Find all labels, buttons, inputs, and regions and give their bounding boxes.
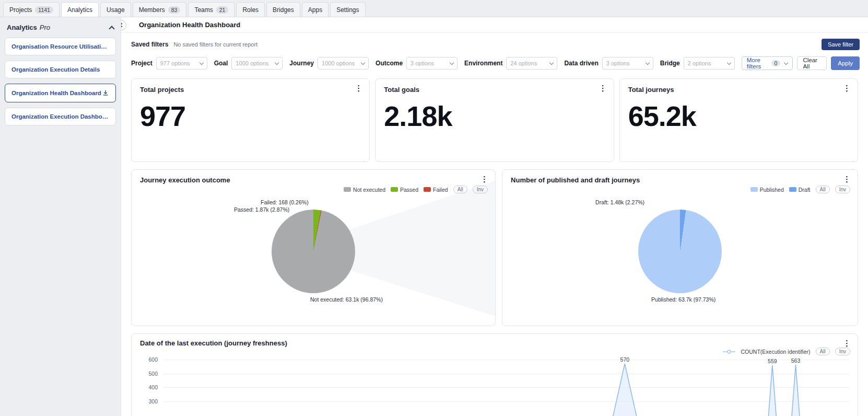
chevron-down-icon bbox=[275, 60, 279, 64]
legend-all-button[interactable]: All bbox=[816, 186, 830, 193]
collapse-chevron-icon[interactable] bbox=[109, 26, 114, 31]
legend-item-not-executed[interactable]: Not executed bbox=[344, 187, 385, 193]
data-point-label: 563 bbox=[791, 357, 801, 364]
chart-title: Number of published and draft journeys bbox=[511, 176, 849, 184]
tab-analytics[interactable]: Analytics bbox=[61, 2, 99, 17]
filter-label: Environment bbox=[464, 60, 502, 67]
kebab-menu-icon[interactable]: ⋮ bbox=[843, 339, 851, 347]
chevron-down-icon bbox=[646, 60, 650, 64]
environment-filter-select[interactable]: 24 options bbox=[506, 57, 557, 70]
goal-filter-select[interactable]: 1000 options bbox=[231, 57, 283, 70]
tab-apps[interactable]: Apps bbox=[302, 2, 329, 17]
filter-label: Journey bbox=[289, 60, 314, 67]
filter-label: Outcome bbox=[376, 60, 403, 67]
top-tab-bar: Projects 1141 Analytics Usage Members 83… bbox=[0, 0, 868, 17]
chart-legend: Published Draft All Inv bbox=[750, 186, 850, 193]
tab-usage[interactable]: Usage bbox=[100, 2, 131, 17]
saved-filters-status: No saved filters for current report bbox=[173, 41, 257, 48]
kebab-menu-icon[interactable]: ⋮ bbox=[480, 175, 488, 183]
filter-placeholder: 1000 options bbox=[236, 60, 275, 66]
legend-label: COUNT(Execution identifier) bbox=[741, 349, 810, 355]
page-header: Organization Health Dashboard bbox=[121, 17, 868, 33]
tab-settings[interactable]: Settings bbox=[330, 2, 365, 17]
legend-inv-button[interactable]: Inv bbox=[835, 348, 850, 355]
environment-filter: Environment 24 options bbox=[464, 57, 557, 70]
project-filter: Project 977 options bbox=[131, 57, 207, 70]
project-filter-select[interactable]: 977 options bbox=[156, 57, 207, 70]
tab-label: Settings bbox=[336, 6, 359, 14]
tab-label: Usage bbox=[107, 6, 125, 14]
legend-all-button[interactable]: All bbox=[453, 186, 467, 193]
pie-callout-draft: Draft: 1.48k (2.27%) bbox=[595, 199, 644, 205]
kebab-menu-icon[interactable]: ⋮ bbox=[355, 84, 362, 92]
data-point-label: 559 bbox=[768, 358, 777, 364]
sidebar-item-health-dashboard[interactable]: Organization Health Dashboard bbox=[5, 84, 116, 102]
sidebar-item-execution-details[interactable]: Organization Execution Details bbox=[5, 61, 116, 78]
chart-card-freshness: Date of the last execution (journey fres… bbox=[131, 333, 858, 416]
legend-item-published[interactable]: Published bbox=[750, 187, 784, 193]
tab-roles[interactable]: Roles bbox=[236, 2, 265, 17]
sidebar-header: Analytics Pro bbox=[5, 22, 116, 38]
tab-label: Teams bbox=[194, 6, 213, 14]
bridge-filter-select[interactable]: 2 options bbox=[684, 57, 735, 70]
journey-filter-select[interactable]: 1000 options bbox=[318, 57, 369, 70]
kpi-value: 2.18k bbox=[384, 100, 605, 132]
sidebar-item-execution-dashboard[interactable]: Organization Execution Dashboard bbox=[5, 108, 116, 125]
kebab-menu-icon[interactable]: ⋮ bbox=[843, 84, 851, 92]
clear-all-button[interactable]: Clear All bbox=[797, 56, 827, 70]
legend-item-draft[interactable]: Draft bbox=[789, 187, 811, 193]
legend-label: Passed bbox=[400, 187, 418, 193]
data-driven-filter-select[interactable]: 3 options bbox=[602, 57, 653, 70]
filter-label: Data driven bbox=[564, 60, 598, 67]
filter-placeholder: 2 options bbox=[688, 60, 728, 66]
filter-label: Project bbox=[131, 60, 153, 67]
sidebar-item-label: Organisation Resource Utilisation Dashbo… bbox=[11, 43, 109, 50]
tab-teams[interactable]: Teams 21 bbox=[188, 2, 234, 17]
tab-members[interactable]: Members 83 bbox=[133, 2, 187, 17]
apply-button[interactable]: Apply bbox=[831, 56, 860, 70]
data-driven-filter: Data driven 3 options bbox=[564, 57, 653, 70]
save-filter-button[interactable]: Save filter bbox=[822, 39, 860, 50]
legend-swatch bbox=[391, 187, 398, 192]
tab-bridges[interactable]: Bridges bbox=[266, 2, 300, 17]
kebab-menu-icon[interactable]: ⋮ bbox=[599, 84, 607, 92]
legend-label: Draft bbox=[799, 187, 811, 193]
chart-title: Journey execution outcome bbox=[140, 176, 487, 184]
tab-projects[interactable]: Projects 1141 bbox=[3, 2, 60, 17]
filter-bar: Project 977 options Goal 1000 options Jo… bbox=[121, 52, 868, 76]
goal-filter: Goal 1000 options bbox=[214, 57, 283, 70]
legend-item-passed[interactable]: Passed bbox=[391, 187, 418, 193]
more-filters-button[interactable]: More filters 0 bbox=[742, 56, 793, 70]
kebab-menu-icon[interactable]: ⋮ bbox=[843, 175, 851, 183]
download-icon[interactable] bbox=[102, 89, 109, 97]
legend-swatch bbox=[750, 187, 758, 192]
chevron-left-icon bbox=[121, 23, 124, 27]
legend-inv-button[interactable]: Inv bbox=[835, 186, 850, 193]
chevron-down-icon bbox=[727, 60, 731, 64]
tab-badge: 83 bbox=[168, 6, 181, 14]
journey-filter: Journey 1000 options bbox=[289, 57, 369, 70]
sidebar-title: Analytics bbox=[7, 24, 37, 31]
line-chart-plot[interactable]: 570559563 bbox=[163, 356, 849, 416]
tab-badge: 1141 bbox=[35, 6, 53, 14]
pie-callout-passed: Passed: 1.87k (2.87%) bbox=[234, 206, 289, 213]
chevron-down-icon bbox=[361, 60, 365, 64]
outcome-filter-select[interactable]: 3 options bbox=[406, 57, 458, 70]
sidebar-item-resource-utilisation[interactable]: Organisation Resource Utilisation Dashbo… bbox=[5, 38, 116, 55]
tab-label: Analytics bbox=[67, 6, 92, 14]
line-chart: 600500400300 570559563 bbox=[140, 356, 849, 416]
legend-inv-button[interactable]: Inv bbox=[473, 186, 488, 193]
pie-chart-published-draft[interactable] bbox=[638, 210, 722, 293]
kpi-title: Total journeys bbox=[628, 86, 849, 94]
charts-row: Journey execution outcome ⋮ Not executed… bbox=[121, 162, 868, 326]
chart-card-journey-outcome: Journey execution outcome ⋮ Not executed… bbox=[131, 169, 496, 326]
sidebar-item-label: Organization Health Dashboard bbox=[11, 90, 101, 96]
bridge-filter: Bridge 2 options bbox=[660, 57, 735, 70]
kpi-title: Total projects bbox=[140, 86, 361, 94]
sidebar: Analytics Pro Organisation Resource Util… bbox=[0, 17, 121, 416]
legend-swatch bbox=[789, 187, 796, 192]
legend-item-failed[interactable]: Failed bbox=[424, 187, 448, 193]
pie-chart-journey-outcome[interactable] bbox=[272, 210, 355, 293]
tab-label: Bridges bbox=[273, 6, 294, 14]
legend-all-button[interactable]: All bbox=[816, 348, 830, 355]
